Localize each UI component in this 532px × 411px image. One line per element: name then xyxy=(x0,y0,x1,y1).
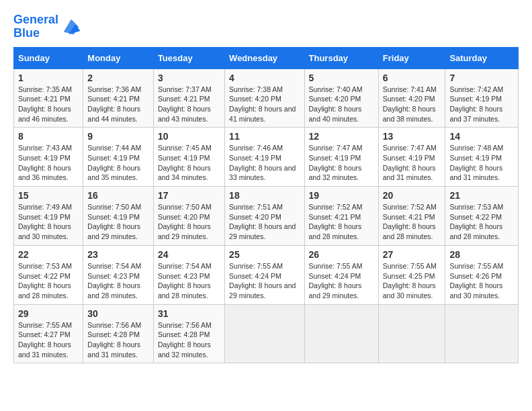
calendar-cell: 3 Sunrise: 7:37 AMSunset: 4:21 PMDayligh… xyxy=(153,68,224,128)
calendar-cell: 21 Sunrise: 7:53 AMSunset: 4:22 PMDaylig… xyxy=(445,187,519,246)
day-detail: Sunrise: 7:44 AMSunset: 4:19 PMDaylight:… xyxy=(87,143,149,183)
calendar-cell: 23 Sunrise: 7:54 AMSunset: 4:23 PMDaylig… xyxy=(83,245,154,304)
day-detail: Sunrise: 7:53 AMSunset: 4:22 PMDaylight:… xyxy=(449,202,514,242)
day-detail: Sunrise: 7:55 AMSunset: 4:24 PMDaylight:… xyxy=(229,261,300,301)
calendar-week-row: 1 Sunrise: 7:35 AMSunset: 4:21 PMDayligh… xyxy=(14,68,519,128)
header-saturday: Saturday xyxy=(445,47,519,68)
day-number: 1 xyxy=(18,73,79,83)
day-number: 30 xyxy=(87,308,149,319)
day-detail: Sunrise: 7:35 AMSunset: 4:21 PMDaylight:… xyxy=(18,85,79,124)
calendar-cell: 12 Sunrise: 7:47 AMSunset: 4:19 PMDaylig… xyxy=(304,128,378,187)
logo-subtext: Blue xyxy=(13,27,58,40)
calendar-cell: 15 Sunrise: 7:49 AMSunset: 4:19 PMDaylig… xyxy=(14,187,83,246)
calendar-cell: 28 Sunrise: 7:55 AMSunset: 4:26 PMDaylig… xyxy=(445,245,519,304)
day-detail: Sunrise: 7:42 AMSunset: 4:19 PMDaylight:… xyxy=(449,85,514,124)
header-tuesday: Tuesday xyxy=(153,47,224,68)
day-number: 8 xyxy=(18,131,79,142)
calendar-cell: 27 Sunrise: 7:55 AMSunset: 4:25 PMDaylig… xyxy=(378,245,445,304)
calendar-cell: 22 Sunrise: 7:53 AMSunset: 4:22 PMDaylig… xyxy=(14,245,83,304)
day-detail: Sunrise: 7:50 AMSunset: 4:20 PMDaylight:… xyxy=(158,202,220,242)
day-number: 11 xyxy=(229,131,300,142)
calendar-table: SundayMondayTuesdayWednesdayThursdayFrid… xyxy=(13,47,519,364)
day-number: 3 xyxy=(158,73,220,83)
header-friday: Friday xyxy=(378,47,445,68)
header-wednesday: Wednesday xyxy=(225,47,304,68)
day-detail: Sunrise: 7:48 AMSunset: 4:19 PMDaylight:… xyxy=(449,143,514,183)
day-detail: Sunrise: 7:38 AMSunset: 4:20 PMDaylight:… xyxy=(229,85,300,124)
day-number: 4 xyxy=(229,73,300,83)
day-detail: Sunrise: 7:55 AMSunset: 4:27 PMDaylight:… xyxy=(18,320,79,360)
day-detail: Sunrise: 7:45 AMSunset: 4:19 PMDaylight:… xyxy=(158,143,220,183)
calendar-header-row: SundayMondayTuesdayWednesdayThursdayFrid… xyxy=(14,47,519,68)
day-number: 14 xyxy=(449,131,514,142)
calendar-cell: 20 Sunrise: 7:52 AMSunset: 4:21 PMDaylig… xyxy=(378,187,445,246)
day-number: 10 xyxy=(158,131,220,142)
calendar-cell: 14 Sunrise: 7:48 AMSunset: 4:19 PMDaylig… xyxy=(445,128,519,187)
day-number: 18 xyxy=(229,190,300,201)
day-number: 28 xyxy=(449,249,514,260)
calendar-cell: 6 Sunrise: 7:41 AMSunset: 4:20 PMDayligh… xyxy=(378,68,445,128)
calendar-cell: 8 Sunrise: 7:43 AMSunset: 4:19 PMDayligh… xyxy=(14,128,83,187)
day-number: 12 xyxy=(309,131,374,142)
calendar-cell: 17 Sunrise: 7:50 AMSunset: 4:20 PMDaylig… xyxy=(153,187,224,246)
page-header: General Blue xyxy=(13,13,519,40)
calendar-cell xyxy=(225,304,304,363)
header-monday: Monday xyxy=(83,47,154,68)
day-detail: Sunrise: 7:43 AMSunset: 4:19 PMDaylight:… xyxy=(18,143,79,183)
day-detail: Sunrise: 7:56 AMSunset: 4:28 PMDaylight:… xyxy=(158,320,220,360)
day-number: 16 xyxy=(87,190,149,201)
logo-text: General xyxy=(13,13,58,27)
calendar-cell: 11 Sunrise: 7:46 AMSunset: 4:19 PMDaylig… xyxy=(225,128,304,187)
calendar-cell: 4 Sunrise: 7:38 AMSunset: 4:20 PMDayligh… xyxy=(225,68,304,128)
day-number: 6 xyxy=(383,73,441,83)
day-detail: Sunrise: 7:55 AMSunset: 4:26 PMDaylight:… xyxy=(449,261,514,301)
day-detail: Sunrise: 7:50 AMSunset: 4:19 PMDaylight:… xyxy=(87,202,149,242)
day-detail: Sunrise: 7:46 AMSunset: 4:19 PMDaylight:… xyxy=(229,143,300,183)
calendar-week-row: 22 Sunrise: 7:53 AMSunset: 4:22 PMDaylig… xyxy=(14,245,519,304)
day-detail: Sunrise: 7:36 AMSunset: 4:21 PMDaylight:… xyxy=(87,85,149,124)
day-number: 13 xyxy=(383,131,441,142)
day-detail: Sunrise: 7:55 AMSunset: 4:24 PMDaylight:… xyxy=(309,261,374,301)
day-number: 17 xyxy=(158,190,220,201)
calendar-cell: 9 Sunrise: 7:44 AMSunset: 4:19 PMDayligh… xyxy=(83,128,154,187)
calendar-cell xyxy=(378,304,445,363)
day-detail: Sunrise: 7:47 AMSunset: 4:19 PMDaylight:… xyxy=(383,143,441,183)
calendar-week-row: 15 Sunrise: 7:49 AMSunset: 4:19 PMDaylig… xyxy=(14,187,519,246)
day-number: 25 xyxy=(229,249,300,260)
calendar-cell: 7 Sunrise: 7:42 AMSunset: 4:19 PMDayligh… xyxy=(445,68,519,128)
day-detail: Sunrise: 7:47 AMSunset: 4:19 PMDaylight:… xyxy=(309,143,374,183)
day-number: 22 xyxy=(18,249,79,260)
day-number: 24 xyxy=(158,249,220,260)
day-detail: Sunrise: 7:52 AMSunset: 4:21 PMDaylight:… xyxy=(383,202,441,242)
logo: General Blue xyxy=(13,13,81,40)
calendar-cell: 1 Sunrise: 7:35 AMSunset: 4:21 PMDayligh… xyxy=(14,68,83,128)
calendar-cell: 16 Sunrise: 7:50 AMSunset: 4:19 PMDaylig… xyxy=(83,187,154,246)
header-thursday: Thursday xyxy=(304,47,378,68)
calendar-cell: 30 Sunrise: 7:56 AMSunset: 4:28 PMDaylig… xyxy=(83,304,154,363)
day-number: 29 xyxy=(18,308,79,319)
day-number: 15 xyxy=(18,190,79,201)
day-detail: Sunrise: 7:51 AMSunset: 4:20 PMDaylight:… xyxy=(229,202,300,242)
day-detail: Sunrise: 7:37 AMSunset: 4:21 PMDaylight:… xyxy=(158,85,220,124)
day-detail: Sunrise: 7:41 AMSunset: 4:20 PMDaylight:… xyxy=(383,85,441,124)
calendar-cell: 24 Sunrise: 7:54 AMSunset: 4:23 PMDaylig… xyxy=(153,245,224,304)
calendar-week-row: 8 Sunrise: 7:43 AMSunset: 4:19 PMDayligh… xyxy=(14,128,519,187)
day-number: 23 xyxy=(87,249,149,260)
day-number: 5 xyxy=(309,73,374,83)
day-number: 26 xyxy=(309,249,374,260)
day-number: 2 xyxy=(87,73,149,83)
day-number: 20 xyxy=(383,190,441,201)
day-number: 19 xyxy=(309,190,374,201)
day-detail: Sunrise: 7:54 AMSunset: 4:23 PMDaylight:… xyxy=(158,261,220,301)
calendar-cell: 19 Sunrise: 7:52 AMSunset: 4:21 PMDaylig… xyxy=(304,187,378,246)
day-number: 27 xyxy=(383,249,441,260)
calendar-cell: 26 Sunrise: 7:55 AMSunset: 4:24 PMDaylig… xyxy=(304,245,378,304)
day-detail: Sunrise: 7:53 AMSunset: 4:22 PMDaylight:… xyxy=(18,261,79,301)
day-detail: Sunrise: 7:40 AMSunset: 4:20 PMDaylight:… xyxy=(309,85,374,124)
calendar-cell: 5 Sunrise: 7:40 AMSunset: 4:20 PMDayligh… xyxy=(304,68,378,128)
calendar-cell xyxy=(304,304,378,363)
day-number: 31 xyxy=(158,308,220,319)
calendar-week-row: 29 Sunrise: 7:55 AMSunset: 4:27 PMDaylig… xyxy=(14,304,519,363)
calendar-cell: 25 Sunrise: 7:55 AMSunset: 4:24 PMDaylig… xyxy=(225,245,304,304)
day-detail: Sunrise: 7:55 AMSunset: 4:25 PMDaylight:… xyxy=(383,261,441,301)
